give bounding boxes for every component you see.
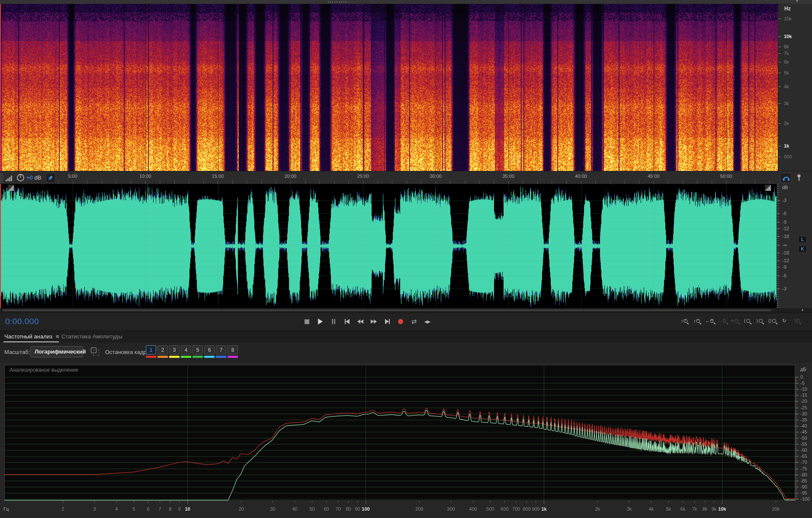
timeline-label: 20:00 (285, 174, 297, 179)
tab-label: Частотный анализ (4, 333, 52, 340)
gain-indicator[interactable]: +0 dB (26, 174, 41, 181)
levels-icon[interactable] (6, 175, 14, 181)
amplitude-tick (777, 200, 780, 201)
amplitude-tick (777, 267, 780, 267)
timeline-ruler[interactable]: 5:0010:0015:0020:0025:0030:0035:0040:004… (56, 171, 777, 184)
fast-forward-button[interactable] (369, 316, 379, 327)
loop-playback-button[interactable]: ⇄ (409, 316, 419, 327)
gain-unit: dB (34, 174, 41, 181)
timeline-label: 45:00 (648, 174, 660, 179)
spectral-frequency-display[interactable] (0, 4, 778, 171)
frequency-tick-label: 1k (784, 143, 789, 148)
rewind-button[interactable] (356, 316, 365, 327)
zoom-out-point-button[interactable]: ⟩ (755, 316, 764, 325)
frequency-tick-label: 10k (784, 34, 792, 39)
active-tab-underline (3, 341, 59, 342)
pause-button[interactable] (329, 316, 338, 327)
hold-button-6[interactable]: 6 (204, 345, 215, 358)
monitor-button[interactable] (780, 173, 792, 183)
marker-pin-icon (796, 174, 802, 182)
analyzed-selection-label: Анализированое выделение (10, 367, 78, 373)
hold-button-8[interactable]: 8 (228, 345, 238, 358)
frequency-tick-label: 4k (784, 84, 789, 89)
zoom-out-amplitude-button[interactable]: ↕ (693, 316, 701, 325)
amplitude-tick (777, 236, 780, 237)
amplitude-tick (777, 245, 780, 245)
selection-handle-right[interactable] (765, 185, 771, 191)
scrollbar-thumb[interactable] (3, 309, 771, 311)
transport-bar: 0:00.000 ⇄ ◂▸ ↕↕↔↔✛⟨⟩⟨⟩↻Ī (0, 312, 812, 331)
scrollbar-collapse-icon[interactable]: ▲ (801, 308, 804, 312)
hold-color-bar (228, 356, 238, 358)
waveform-display[interactable] (0, 184, 777, 308)
gain-value: +0 (26, 174, 33, 181)
zoom-out-point-icon: ⟩ (756, 318, 758, 324)
time-ruler-row: +0 dB 5:0010:0015:0020:0025:0030:0035:00… (0, 171, 812, 184)
zoom-timed-button[interactable]: ↻ (780, 316, 789, 325)
amplitude-tick-label: -18 (782, 234, 789, 239)
magnifier-icon (746, 319, 750, 323)
zoom-reset-icon: ✛ (730, 318, 734, 324)
chevron-down-icon: ⌄ (76, 347, 80, 357)
channel-badge-right[interactable]: K (799, 246, 806, 252)
amplitude-tick-label: -6 (782, 273, 786, 278)
hold-button-2[interactable]: 2 (157, 345, 168, 358)
panel-grip-icon[interactable] (0, 173, 3, 183)
timeline-label: 50:00 (720, 174, 732, 179)
copy-frames-icon[interactable] (91, 347, 96, 353)
zoom-selection-icon: ⟨⟩ (768, 318, 772, 324)
magnifier-icon (684, 319, 687, 323)
zoom-in-time-icon: ↔ (705, 318, 710, 323)
marker-button[interactable] (795, 173, 803, 183)
zoom-in-time-button[interactable]: ↔ (705, 316, 713, 325)
skip-to-start-button[interactable] (342, 316, 352, 327)
pin-toggle-button[interactable] (46, 173, 55, 183)
hold-button-4[interactable]: 4 (181, 345, 191, 358)
collapse-triangle-icon[interactable]: ▾ (796, 0, 798, 3)
selection-handle-left[interactable] (8, 185, 14, 191)
zoom-in-amplitude-button[interactable]: ↕ (680, 316, 688, 325)
amplitude-scale: dB L K -3-6-9-12-18-∞-18-12-9-6-3 (777, 184, 812, 308)
timeline-label: 10:00 (139, 174, 151, 179)
time-display[interactable]: 0:00.000 (5, 317, 39, 326)
frequency-tick-label: 2k (784, 121, 789, 126)
hold-button-3[interactable]: 3 (169, 345, 180, 358)
stop-button[interactable] (302, 316, 311, 327)
amplitude-tick (777, 228, 780, 229)
frequency-analysis-plot (0, 363, 812, 518)
hold-color-bar (181, 356, 191, 358)
hold-color-bar (157, 356, 168, 358)
frequency-tick (778, 36, 781, 37)
record-button[interactable] (396, 316, 405, 327)
clock-icon[interactable] (16, 174, 25, 183)
zoom-out-time-button[interactable]: ↔ (718, 316, 726, 325)
frequency-scale: Hz 15k10k8k7k6k5k4k3k2k1k500 (778, 4, 812, 171)
magnifier-icon (735, 319, 738, 323)
top-panel-splitter[interactable]: ▾ (0, 0, 812, 4)
scale-dropdown[interactable]: Логарифмический⌄ (30, 346, 83, 357)
hold-color-bar (216, 356, 226, 358)
zoom-reset-button[interactable]: ✛ (730, 316, 738, 325)
skip-selection-button[interactable]: ◂▸ (423, 316, 432, 327)
channel-badge-left[interactable]: L (799, 236, 806, 243)
frequency-tick-label: 7k (784, 51, 789, 56)
hold-button-5[interactable]: 5 (193, 345, 203, 358)
amplitude-fine-ticks (777, 184, 779, 308)
panel-menu-icon[interactable]: ≡ (56, 333, 59, 340)
headphones-icon (782, 174, 790, 181)
hold-button-7[interactable]: 7 (216, 345, 226, 358)
hold-button-number: 3 (169, 345, 180, 354)
zoom-selection-button[interactable]: ⟨⟩ (768, 316, 776, 325)
tab-frequency-analysis[interactable]: Частотный анализ≡ (4, 333, 59, 340)
zoom-in-point-button[interactable]: ⟨ (743, 316, 751, 325)
hold-button-number: 1 (146, 345, 156, 354)
frequency-tick (778, 87, 781, 87)
splitter-grip-icon[interactable] (328, 1, 348, 3)
skip-to-end-button[interactable] (382, 316, 392, 327)
play-button[interactable] (315, 316, 325, 327)
tab-amplitude-statistics[interactable]: Статистика Амплитуды (61, 333, 122, 340)
horizontal-scrollbar[interactable]: ▲ (0, 308, 812, 312)
frequency-tick (778, 157, 781, 157)
hold-button-1[interactable]: 1 (146, 345, 156, 358)
zoom-full-button[interactable]: Ī (793, 316, 801, 325)
